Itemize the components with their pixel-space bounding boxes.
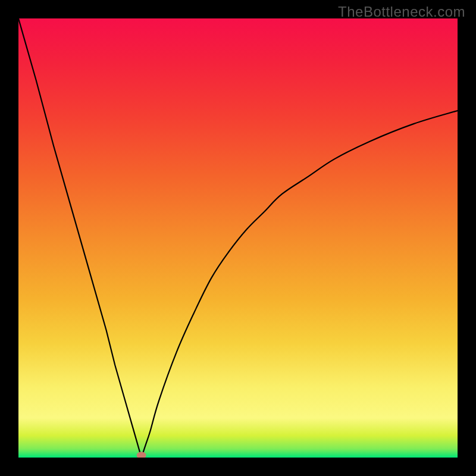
watermark-text: TheBottleneck.com [338,4,465,20]
gradient-background [18,18,458,458]
bottleneck-chart [18,18,458,458]
chart-frame: TheBottleneck.com [0,0,476,476]
